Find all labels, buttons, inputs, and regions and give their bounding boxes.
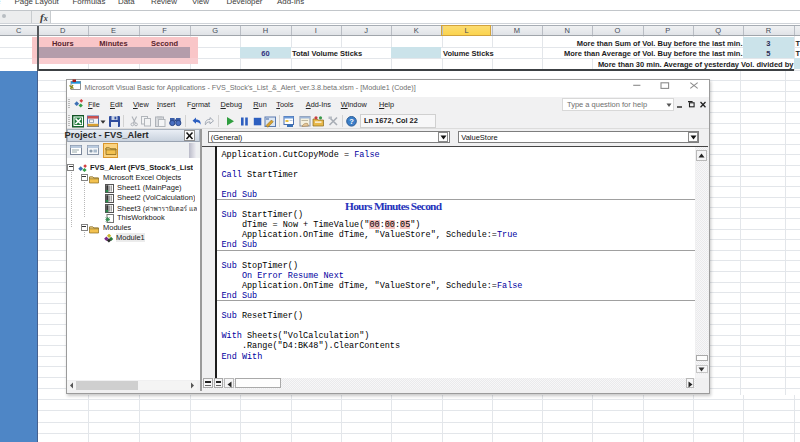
svg-text:?: ? bbox=[349, 117, 354, 126]
